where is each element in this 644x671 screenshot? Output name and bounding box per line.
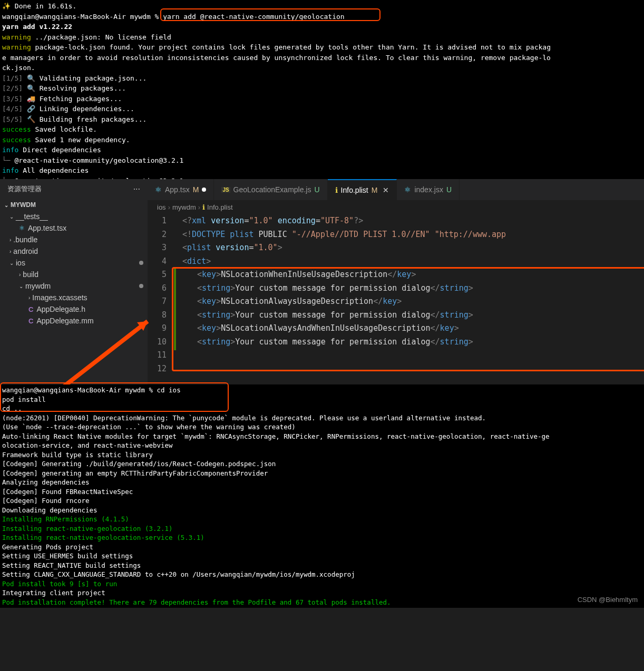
terminal-output: ✨ Done in 16.61s.wangqian@wangqians-MacB… <box>2 1 642 179</box>
chevron-icon: › <box>19 272 21 278</box>
unsaved-dot-icon <box>202 188 206 192</box>
explorer-sidebar: 资源管理器 ··· ⌄ MYWDM ⌄__tests__⚛App.test.ts… <box>0 179 148 384</box>
tab-status: M <box>372 186 378 194</box>
tree-item[interactable]: ⌄__tests__ <box>0 211 148 222</box>
chevron-right-icon: › <box>198 203 200 211</box>
tree-item[interactable]: CAppDelegate.h <box>0 303 148 315</box>
modified-dot-icon <box>139 284 143 288</box>
project-root[interactable]: ⌄ MYWDM <box>0 199 148 211</box>
terminal-top[interactable]: ✨ Done in 16.61s.wangqian@wangqians-MacB… <box>0 0 644 179</box>
more-icon[interactable]: ··· <box>133 184 140 194</box>
terminal-bottom[interactable]: wangqian@wangqians-MacBook-Air mywdm % c… <box>0 384 644 608</box>
tab-label: GeoLocationExample.js <box>233 185 311 194</box>
tab-label: App.tsx <box>165 185 190 194</box>
tree-item-label: Images.xcassets <box>32 293 87 302</box>
tab-file-icon: ℹ <box>335 186 338 194</box>
chevron-icon: ⌄ <box>19 283 23 289</box>
tree-item-label: AppDelegate.mm <box>36 317 93 325</box>
tree-item-label: android <box>13 247 38 255</box>
tab-file-icon: ⚛ <box>155 185 162 194</box>
chevron-down-icon: ⌄ <box>4 202 8 208</box>
breadcrumb-file: Info.plist <box>207 203 232 211</box>
editor-tab[interactable]: JSGeoLocationExample.jsU <box>214 179 327 200</box>
tree-item-label: mywdm <box>25 282 51 290</box>
file-icon: C <box>28 305 33 313</box>
gutter: 123456789101112 <box>148 214 174 376</box>
explorer-header: 资源管理器 ··· <box>0 179 148 199</box>
tree-item-label: AppDelegate.h <box>36 305 85 313</box>
tree-item[interactable]: ⌄ios <box>0 257 148 269</box>
chevron-icon: › <box>28 295 30 301</box>
editor-area: ⚛App.tsxMJSGeoLocationExample.jsUℹInfo.p… <box>148 179 644 384</box>
tab-status: M <box>193 185 199 194</box>
tree-item[interactable]: ›build <box>0 269 148 280</box>
tree-item[interactable]: ›.bundle <box>0 234 148 245</box>
tab-label: Info.plist <box>341 186 368 194</box>
file-icon: C <box>28 317 33 325</box>
project-name: MYWDM <box>11 201 36 209</box>
tree-item[interactable]: ⚛App.test.tsx <box>0 222 148 234</box>
editor-tab[interactable]: ℹInfo.plistM✕ <box>328 179 397 200</box>
tree-item-label: __tests__ <box>16 212 48 221</box>
terminal-output: wangqian@wangqians-MacBook-Air mywdm % c… <box>2 386 642 607</box>
tree-item-label: ios <box>16 259 25 267</box>
tab-status: U <box>446 185 452 194</box>
modified-dot-icon <box>139 261 143 265</box>
chevron-right-icon: › <box>168 203 170 211</box>
close-icon[interactable]: ✕ <box>383 186 389 194</box>
breadcrumb[interactable]: ios › mywdm › ℹ Info.plist <box>148 200 644 214</box>
breadcrumb-part: mywdm <box>172 203 196 211</box>
explorer-title: 资源管理器 <box>7 184 42 194</box>
breadcrumb-part: ios <box>157 203 166 211</box>
chevron-icon: › <box>9 237 11 243</box>
tab-file-icon: JS <box>221 187 230 193</box>
code-lines: <?xml version="1.0" encoding="UTF-8"?><!… <box>176 214 644 376</box>
plist-icon: ℹ <box>202 203 205 211</box>
editor-tab[interactable]: ⚛App.tsxM <box>148 179 214 200</box>
tab-label: index.jsx <box>414 185 443 194</box>
chevron-icon: ⌄ <box>9 214 14 220</box>
code-editor[interactable]: 123456789101112 <?xml version="1.0" enco… <box>148 214 644 376</box>
tree-item-label: App.test.tsx <box>28 224 66 232</box>
tree-item-label: build <box>23 270 38 279</box>
file-tree: ⌄__tests__⚛App.test.tsx›.bundle›android⌄… <box>0 211 148 327</box>
tree-item-label: .bundle <box>13 235 37 244</box>
tab-status: U <box>314 185 319 194</box>
tree-item[interactable]: CAppDelegate.mm <box>0 315 148 327</box>
file-icon: ⚛ <box>19 224 25 232</box>
editor-tabs: ⚛App.tsxMJSGeoLocationExample.jsUℹInfo.p… <box>148 179 644 200</box>
chevron-icon: › <box>9 249 11 254</box>
tree-item[interactable]: ›android <box>0 245 148 257</box>
vscode-window: 资源管理器 ··· ⌄ MYWDM ⌄__tests__⚛App.test.ts… <box>0 179 644 384</box>
tree-item[interactable]: ›Images.xcassets <box>0 292 148 303</box>
editor-tab[interactable]: ⚛index.jsxU <box>397 179 460 200</box>
chevron-icon: ⌄ <box>9 260 14 266</box>
tab-file-icon: ⚛ <box>404 185 411 194</box>
tree-item[interactable]: ⌄mywdm <box>0 280 148 292</box>
watermark: CSDN @Biehmltym <box>578 595 638 605</box>
